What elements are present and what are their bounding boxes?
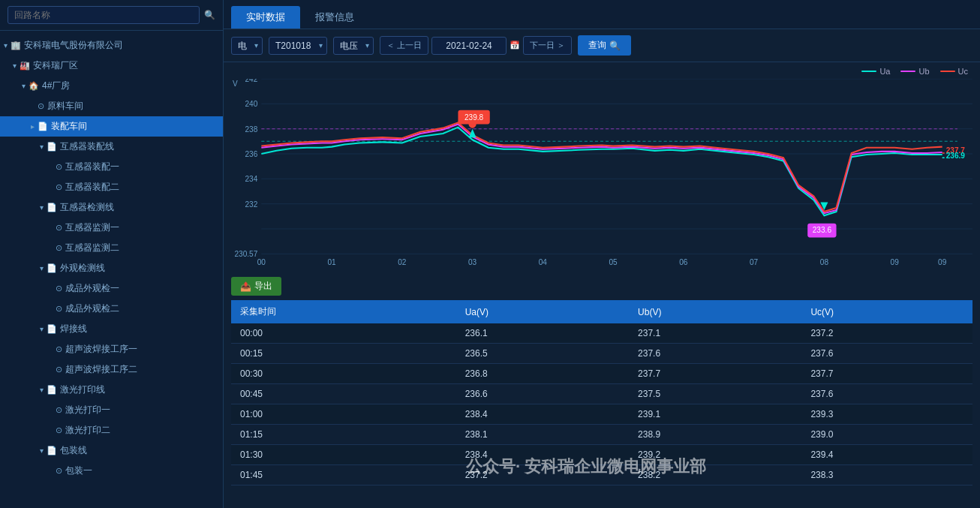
svg-text:236.9: 236.9 [946,152,966,160]
node-label: 外观检测线 [60,262,223,275]
node-label: 激光打印二 [65,424,223,437]
node-label: 4#厂房 [42,80,223,92]
tree-arrow: ▾ [36,386,47,394]
legend-label-uc: Uc [958,67,968,76]
sidebar-tree: ▾ 🏢 安科瑞电气股份有限公司 ▾ 🏭 安科瑞厂区 ▾ 🏠 4#厂房 ⊙ 原料车… [0,31,223,508]
sidebar-item-rawmat[interactable]: ⊙ 原料车间 [0,96,223,116]
next-day-button[interactable]: 下一日 ＞ [523,36,572,55]
node-icon: ⊙ [56,405,62,415]
tree-arrow: ▾ [0,41,11,50]
node-label: 包装一 [65,464,223,477]
node-icon: 🏠 [29,81,39,91]
svg-text:09: 09 [891,258,900,266]
query-button[interactable]: 查询 🔍 [578,35,631,56]
date-input[interactable] [431,37,507,55]
sidebar-item-laser1[interactable]: ⊙ 激光打印一 [0,400,223,420]
table-cell-ub: 237.7 [629,364,801,384]
node-icon: 🏢 [11,41,21,50]
svg-text:03: 03 [468,258,477,266]
metric-select[interactable]: 电压 [333,37,374,55]
legend-label-ua: Ua [879,67,890,76]
node-icon: ⊙ [56,466,62,476]
export-label: 导出 [254,280,272,293]
table-row: 01:15238.1238.9239.0 [231,425,972,445]
type-select[interactable]: 电 [231,37,263,55]
node-icon: ⊙ [38,101,44,111]
export-icon: 📤 [240,281,251,292]
sidebar-item-factory[interactable]: ▾ 🏭 安科瑞厂区 [0,56,223,76]
table-cell-ua: 236.1 [456,323,629,344]
table-cell-time: 01:15 [231,425,456,445]
table-row: 00:45236.6237.5237.6 [231,384,972,404]
tree-arrow: ▾ [36,203,47,212]
query-label: 查询 [588,39,606,52]
tree-arrow: ▾ [36,325,47,333]
table-cell-ub: 237.5 [629,384,801,404]
sidebar-item-weld-line[interactable]: ▾ 📄 焊接线 [0,319,223,339]
sidebar-item-assemble[interactable]: ▸ 📄 装配车间 [0,116,223,137]
table-cell-ub: 237.1 [629,323,801,344]
table-cell-time: 01:30 [231,445,456,465]
svg-text:04: 04 [539,258,548,266]
sidebar-item-laser2[interactable]: ⊙ 激光打印二 [0,420,223,440]
sidebar-item-weld2[interactable]: ⊙ 超声波焊接工序二 [0,359,223,380]
table-cell-ub: 239.1 [629,404,801,425]
tree-arrow: ▾ [9,62,20,70]
legend-label-ub: Ub [918,67,929,76]
export-button[interactable]: 📤 导出 [231,277,281,296]
sidebar-item-weld1[interactable]: ⊙ 超声波焊接工序一 [0,339,223,359]
sidebar-item-pack-line[interactable]: ▾ 📄 包装线 [0,440,223,461]
table-cell-uc: 239.3 [801,404,972,425]
sidebar-item-exterior-line[interactable]: ▾ 📄 外观检测线 [0,258,223,278]
sidebar-item-trans-assemble2[interactable]: ⊙ 互感器装配二 [0,177,223,197]
search-input[interactable] [8,6,200,24]
node-icon: ⊙ [56,284,62,293]
tree-arrow: ▾ [36,446,47,455]
table-cell-time: 01:45 [231,465,456,485]
node-icon: 📄 [47,385,57,395]
table-cell-time: 01:00 [231,404,456,425]
node-icon: 📄 [47,142,57,152]
device-select[interactable]: T201018 [269,37,327,55]
sidebar: 🔍 ▾ 🏢 安科瑞电气股份有限公司 ▾ 🏭 安科瑞厂区 ▾ 🏠 4#厂房 ⊙ 原… [0,0,224,508]
table-cell-ub: 239.2 [629,445,801,465]
sidebar-item-trans-detect2[interactable]: ⊙ 互感器监测二 [0,238,223,258]
sidebar-item-transformer-line[interactable]: ▾ 📄 互感器装配线 [0,137,223,157]
svg-text:05: 05 [609,258,618,266]
sidebar-item-laser-line[interactable]: ▾ 📄 激光打印线 [0,380,223,400]
sidebar-item-exterior2[interactable]: ⊙ 成品外观检二 [0,299,223,319]
svg-text:02: 02 [398,258,407,266]
export-bar: 📤 导出 [231,272,972,300]
sidebar-item-trans-detect1[interactable]: ⊙ 互感器监测一 [0,218,223,238]
legend-color-uc [940,71,955,72]
sidebar-item-trans-detect-line[interactable]: ▾ 📄 互感器检测线 [0,197,223,218]
svg-text:01: 01 [327,258,336,266]
table-scroll[interactable]: 采集时间Ua(V)Ub(V)Uc(V) 00:00236.1237.1237.2… [231,300,972,503]
node-icon: 📄 [38,122,48,131]
node-icon: ⊙ [56,304,62,314]
svg-text:242: 242 [245,79,257,83]
table-cell-ua: 238.1 [456,425,629,445]
table-cell-ua: 236.6 [456,384,629,404]
tab-realtime[interactable]: 实时数据 [231,6,300,29]
sidebar-item-exterior1[interactable]: ⊙ 成品外观检一 [0,278,223,299]
svg-text:09: 09 [938,258,947,266]
sidebar-item-pack1[interactable]: ⊙ 包装一 [0,461,223,481]
tab-alarm[interactable]: 报警信息 [300,6,369,29]
table-cell-uc: 237.2 [801,323,972,344]
sidebar-item-trans-assemble1[interactable]: ⊙ 互感器装配一 [0,157,223,177]
prev-day-button[interactable]: ＜ 上一日 [380,36,428,55]
sidebar-item-company[interactable]: ▾ 🏢 安科瑞电气股份有限公司 [0,35,223,56]
search-icon[interactable]: 🔍 [204,10,215,20]
node-label: 安科瑞电气股份有限公司 [24,39,223,52]
svg-text:232: 232 [245,200,257,209]
node-label: 互感器装配线 [60,140,223,153]
node-icon: ⊙ [56,365,62,374]
table-header: Uc(V) [801,300,972,323]
node-label: 超声波焊接工序二 [65,363,223,376]
table-header: Ua(V) [456,300,629,323]
svg-text:234: 234 [245,175,257,183]
node-icon: ⊙ [56,344,62,354]
node-icon: ⊙ [56,223,62,233]
sidebar-item-workshop4[interactable]: ▾ 🏠 4#厂房 [0,76,223,96]
